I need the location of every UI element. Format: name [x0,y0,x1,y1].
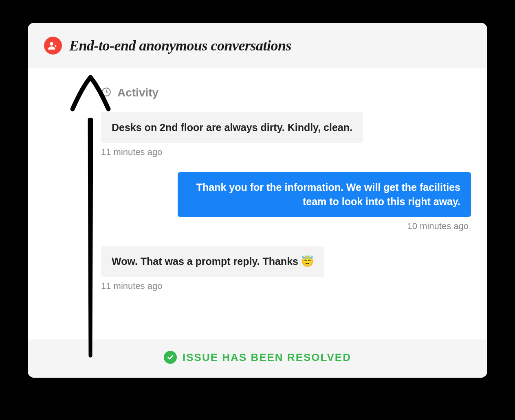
message-row: Wow. That was a prompt reply. Thanks 😇 [101,246,471,277]
clock-icon [101,87,112,99]
activity-heading: Activity [101,86,471,99]
message-timestamp: 11 minutes ago [101,281,471,291]
message-row: Thank you for the information. We will g… [101,172,471,217]
activity-label: Activity [117,86,158,99]
card-header: End-to-end anonymous conversations [28,23,487,68]
conversation-card: End-to-end anonymous conversations Activ… [28,23,487,378]
anonymous-user-icon [44,37,62,55]
card-footer: ISSUE HAS BEEN RESOLVED [28,339,487,378]
header-title: End-to-end anonymous conversations [69,37,291,54]
card-body: Activity Desks on 2nd floor are always d… [28,68,487,339]
outgoing-message: Thank you for the information. We will g… [178,172,471,217]
resolved-status-text: ISSUE HAS BEEN RESOLVED [183,351,351,364]
incoming-message: Desks on 2nd floor are always dirty. Kin… [101,112,363,143]
incoming-message: Wow. That was a prompt reply. Thanks 😇 [101,246,324,277]
message-row: Desks on 2nd floor are always dirty. Kin… [101,112,471,143]
check-circle-icon [164,351,177,364]
message-timestamp: 10 minutes ago [101,221,471,232]
svg-point-0 [50,42,53,46]
message-timestamp: 11 minutes ago [101,147,471,158]
